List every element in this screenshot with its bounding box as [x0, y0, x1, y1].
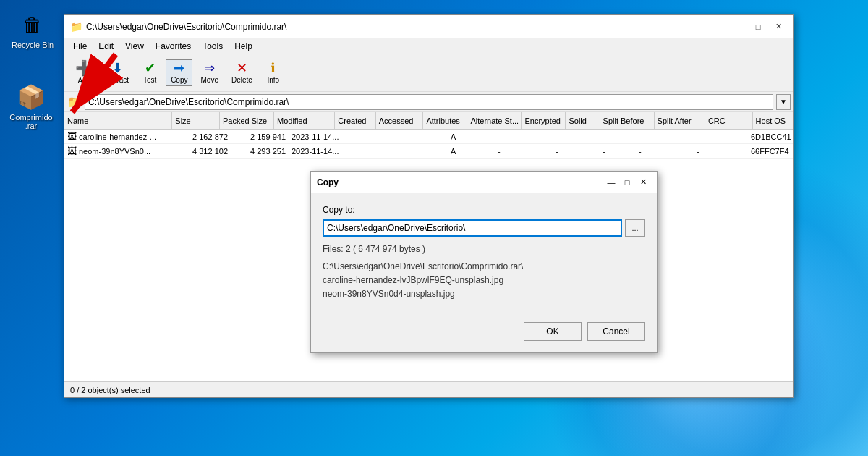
rar-file-image: 📦: [17, 83, 46, 111]
toolbar: ➕ Add ⬇ Extract ✔ Test ➡ Copy ⇒ Move ✕ D…: [64, 54, 793, 92]
file-splitbefore-cell: -: [636, 132, 694, 141]
list-item: caroline-hernandez-lvJBpwlF9EQ-unsplash.…: [323, 274, 645, 287]
file-enc-cell: -: [553, 147, 600, 156]
move-label: Move: [200, 76, 218, 84]
info-button[interactable]: ℹ Info: [260, 59, 286, 86]
files-info: Files: 2 ( 6 474 974 bytes ): [323, 244, 645, 254]
file-solid-cell: -: [600, 132, 636, 141]
title-bar: 📁 C:\Users\edgar\OneDrive\Escritorio\Com…: [64, 15, 793, 38]
menu-edit[interactable]: Edit: [93, 40, 119, 53]
file-packed-cell: 4 293 251: [231, 147, 289, 156]
file-crc-cell: 66FFC7F4: [748, 147, 793, 156]
file-name-cell: 🖼caroline-hernandez-...: [64, 131, 180, 142]
address-input[interactable]: [85, 94, 773, 110]
file-modified-cell: 2023-11-14...: [289, 132, 354, 141]
info-icon: ℹ: [271, 62, 276, 75]
move-icon: ⇒: [204, 62, 215, 75]
comprimido-file-icon[interactable]: 📦 Comprimido.rar: [6, 80, 56, 133]
copy-icon: ➡: [174, 62, 184, 75]
file-size-cell: 4 312 102: [180, 147, 231, 156]
dialog-footer: OK Cancel: [311, 313, 657, 352]
col-modified[interactable]: Modified: [274, 112, 335, 129]
delete-icon: ✕: [237, 62, 247, 75]
dialog-title-text: Copy: [317, 177, 603, 187]
copy-to-label: Copy to:: [323, 205, 645, 215]
file-splitbefore-cell: -: [636, 147, 694, 156]
menu-favorites[interactable]: Favorites: [150, 40, 197, 53]
file-modified-cell: 2023-11-14...: [289, 147, 354, 156]
recycle-bin-icon[interactable]: 🗑 Recycle Bin: [7, 7, 58, 52]
dialog-title-bar: Copy — □ ✕: [311, 172, 657, 193]
col-accessed[interactable]: Accessed: [376, 112, 424, 129]
file-name-cell: 🖼neom-39n8YVSn0...: [64, 145, 180, 156]
file-splitafter-cell: -: [694, 147, 748, 156]
file-list: C:\Users\edgar\OneDrive\Escritorio\Compr…: [323, 260, 645, 302]
title-bar-text: C:\Users\edgar\OneDrive\Escritorio\Compr…: [86, 22, 728, 32]
col-alt-streams[interactable]: Alternate St...: [467, 112, 522, 129]
address-bar-icon: 📁: [67, 95, 82, 109]
copy-label: Copy: [171, 76, 187, 84]
menu-view[interactable]: View: [119, 40, 150, 53]
copy-to-row: ...: [323, 219, 645, 237]
copy-destination-input[interactable]: [323, 219, 622, 237]
maximize-button[interactable]: □: [749, 20, 767, 34]
extract-button[interactable]: ⬇ Extract: [101, 59, 134, 86]
desktop: 🗑 Recycle Bin 📦 Comprimido.rar 📁 C:\User…: [0, 0, 868, 456]
col-host-os[interactable]: Host OS: [753, 112, 793, 129]
menu-file[interactable]: File: [67, 40, 93, 53]
col-split-before[interactable]: Split Before: [600, 112, 655, 129]
test-icon: ✔: [145, 62, 156, 75]
col-attributes[interactable]: Attributes: [423, 112, 467, 129]
col-crc[interactable]: CRC: [705, 112, 753, 129]
extract-icon: ⬇: [112, 62, 123, 75]
list-item: C:\Users\edgar\OneDrive\Escritorio\Compr…: [323, 260, 645, 274]
col-split-after[interactable]: Split After: [655, 112, 705, 129]
col-encrypted[interactable]: Encrypted: [522, 112, 566, 129]
recycle-bin-label: Recycle Bin: [12, 41, 54, 49]
table-row[interactable]: 🖼neom-39n8YVSn0... 4 312 102 4 293 251 2…: [64, 144, 793, 159]
menu-help[interactable]: Help: [229, 40, 258, 53]
move-button[interactable]: ⇒ Move: [195, 59, 223, 86]
close-button[interactable]: ✕: [769, 20, 788, 34]
address-bar: 📁 ▼: [64, 92, 793, 112]
status-bar: 0 / 2 object(s) selected: [64, 381, 793, 397]
extract-label: Extract: [106, 76, 129, 84]
test-label: Test: [143, 76, 156, 84]
file-splitafter-cell: -: [694, 132, 748, 141]
col-size[interactable]: Size: [172, 112, 220, 129]
address-dropdown[interactable]: ▼: [776, 94, 791, 110]
column-headers: Name Size Packed Size Modified Created A…: [64, 112, 793, 130]
winrar-icon: 📁: [70, 21, 82, 33]
col-name[interactable]: Name: [64, 112, 172, 129]
file-enc-cell: -: [553, 132, 600, 141]
recycle-bin-image: 🗑: [18, 10, 47, 39]
winrar-window: 📁 C:\Users\edgar\OneDrive\Escritorio\Com…: [64, 14, 794, 398]
add-button[interactable]: ➕ Add: [70, 59, 98, 87]
ok-button[interactable]: OK: [524, 322, 582, 341]
comprimido-file-label: Comprimido.rar: [9, 113, 54, 130]
status-text: 0 / 2 object(s) selected: [70, 386, 150, 394]
cancel-button[interactable]: Cancel: [587, 322, 645, 341]
file-packed-cell: 2 159 941: [231, 132, 289, 141]
copy-toolbar-button[interactable]: ➡ Copy: [166, 59, 192, 86]
file-size-cell: 2 162 872: [180, 132, 231, 141]
test-button[interactable]: ✔ Test: [137, 59, 163, 86]
file-altst-cell: -: [495, 132, 553, 141]
minimize-button[interactable]: —: [728, 20, 747, 34]
col-solid[interactable]: Solid: [566, 112, 600, 129]
dialog-minimize-button[interactable]: —: [603, 175, 619, 190]
dialog-maximize-button[interactable]: □: [619, 175, 635, 190]
table-row[interactable]: 🖼caroline-hernandez-... 2 162 872 2 159 …: [64, 130, 793, 144]
col-created[interactable]: Created: [335, 112, 375, 129]
add-label: Add: [78, 77, 91, 85]
copy-dialog: Copy — □ ✕ Copy to: ... Files: 2 ( 6 474…: [310, 171, 658, 353]
dialog-close-button[interactable]: ✕: [635, 175, 651, 190]
menu-tools[interactable]: Tools: [197, 40, 229, 53]
title-bar-buttons: — □ ✕: [728, 20, 788, 34]
delete-button[interactable]: ✕ Delete: [226, 59, 258, 86]
file-solid-cell: -: [600, 147, 636, 156]
add-icon: ➕: [75, 61, 93, 75]
browse-button[interactable]: ...: [625, 219, 645, 237]
file-attr-cell: A: [448, 147, 495, 156]
col-packed-size[interactable]: Packed Size: [220, 112, 274, 129]
